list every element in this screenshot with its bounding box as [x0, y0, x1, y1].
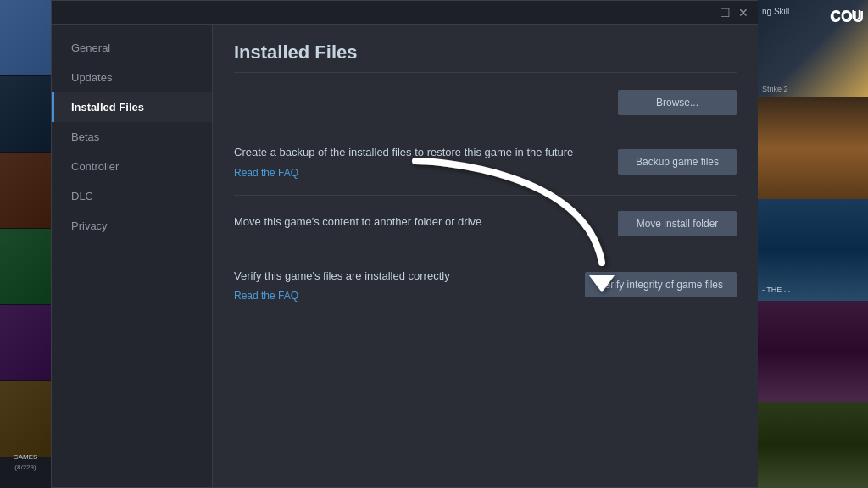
maximize-button[interactable]: ☐	[717, 5, 732, 20]
move-text: Move this game's content to another fold…	[234, 214, 618, 234]
sidebar-item-dlc[interactable]: DLC	[52, 181, 212, 211]
game-thumb-1	[0, 0, 51, 76]
verify-section: Verify this game's files are installed c…	[234, 252, 737, 319]
move-button[interactable]: Move install folder	[618, 211, 737, 236]
dialog-window: – ☐ ✕ General Updates Installed Files Be…	[51, 0, 759, 488]
verify-faq-link[interactable]: Read the FAQ	[234, 290, 298, 302]
games-count: (8/229)	[0, 463, 51, 471]
verify-button[interactable]: Verify integrity of game files	[585, 272, 737, 297]
sidebar-item-updates[interactable]: Updates	[52, 63, 212, 92]
page-title: Installed Files	[234, 42, 737, 73]
sidebar-item-betas[interactable]: Betas	[52, 122, 212, 152]
move-description: Move this game's content to another fold…	[234, 214, 601, 230]
game-thumb-3	[0, 152, 51, 229]
backup-description: Create a backup of the installed files t…	[234, 144, 601, 161]
backup-text: Create a backup of the installed files t…	[234, 144, 618, 180]
content-area: General Updates Installed Files Betas Co…	[52, 25, 758, 487]
move-section: Move this game's content to another fold…	[234, 196, 737, 252]
minimize-button[interactable]: –	[698, 5, 714, 20]
game-thumb-4	[0, 229, 51, 305]
browse-button[interactable]: Browse...	[618, 90, 737, 115]
games-label: GAMES	[0, 452, 51, 463]
close-button[interactable]: ✕	[736, 5, 751, 20]
browse-row: Browse...	[234, 90, 737, 115]
backup-button[interactable]: Backup game files	[618, 149, 737, 175]
sidebar-item-general[interactable]: General	[52, 33, 212, 63]
sidebar-item-privacy[interactable]: Privacy	[52, 211, 212, 241]
sidebar-nav: General Updates Installed Files Betas Co…	[52, 25, 213, 487]
title-bar: – ☐ ✕	[52, 1, 758, 25]
main-panel: Installed Files Browse... Create a backu…	[213, 25, 758, 487]
game-thumb-2	[0, 76, 51, 152]
backup-faq-link[interactable]: Read the FAQ	[234, 167, 298, 179]
verify-description: Verify this game's files are installed c…	[234, 268, 568, 285]
sidebar-item-installed-files[interactable]: Installed Files	[52, 92, 212, 122]
game-thumb-6	[0, 381, 51, 458]
game-thumb-5	[0, 305, 51, 381]
left-game-strip: GAMES (8/229)	[0, 0, 51, 488]
verify-text: Verify this game's files are installed c…	[234, 268, 585, 303]
sidebar-item-controller[interactable]: Controller	[52, 152, 212, 181]
backup-section: Create a backup of the installed files t…	[234, 129, 737, 196]
